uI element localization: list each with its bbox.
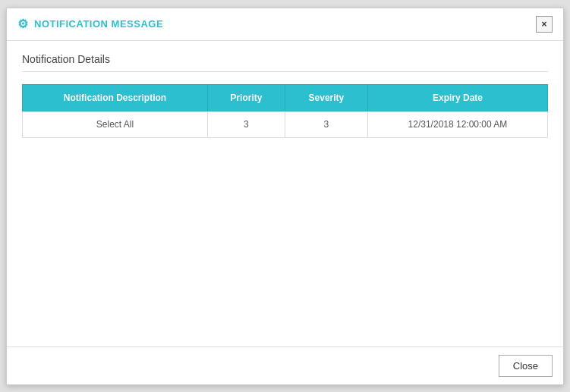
notification-table: Notification Description Priority Severi… xyxy=(22,84,548,138)
col-expiry: Expiry Date xyxy=(367,84,547,111)
cell-priority: 3 xyxy=(207,111,285,137)
col-description: Notification Description xyxy=(23,84,208,111)
col-priority: Priority xyxy=(207,84,285,111)
cell-severity: 3 xyxy=(285,111,367,137)
modal-overlay: ⚙ NOTIFICATION MESSAGE × Notification De… xyxy=(0,0,570,392)
modal-container: ⚙ NOTIFICATION MESSAGE × Notification De… xyxy=(6,8,564,385)
cell-description: Select All xyxy=(23,111,208,137)
modal-title-area: ⚙ NOTIFICATION MESSAGE xyxy=(17,17,163,31)
table-container: Notification Description Priority Severi… xyxy=(22,84,548,138)
close-x-button[interactable]: × xyxy=(536,16,553,33)
modal-title: NOTIFICATION MESSAGE xyxy=(34,18,163,30)
table-header-row: Notification Description Priority Severi… xyxy=(23,84,548,111)
filter-icon: ⚙ xyxy=(17,17,28,31)
col-severity: Severity xyxy=(285,84,367,111)
modal-body: Notification Details Notification Descri… xyxy=(7,41,563,347)
modal-header: ⚙ NOTIFICATION MESSAGE × xyxy=(7,8,563,41)
close-footer-button[interactable]: Close xyxy=(499,355,553,377)
modal-footer: Close xyxy=(7,347,563,384)
table-row: Select All 3 3 12/31/2018 12:00:00 AM xyxy=(23,111,548,137)
cell-expiry: 12/31/2018 12:00:00 AM xyxy=(367,111,547,137)
section-title: Notification Details xyxy=(22,53,548,72)
